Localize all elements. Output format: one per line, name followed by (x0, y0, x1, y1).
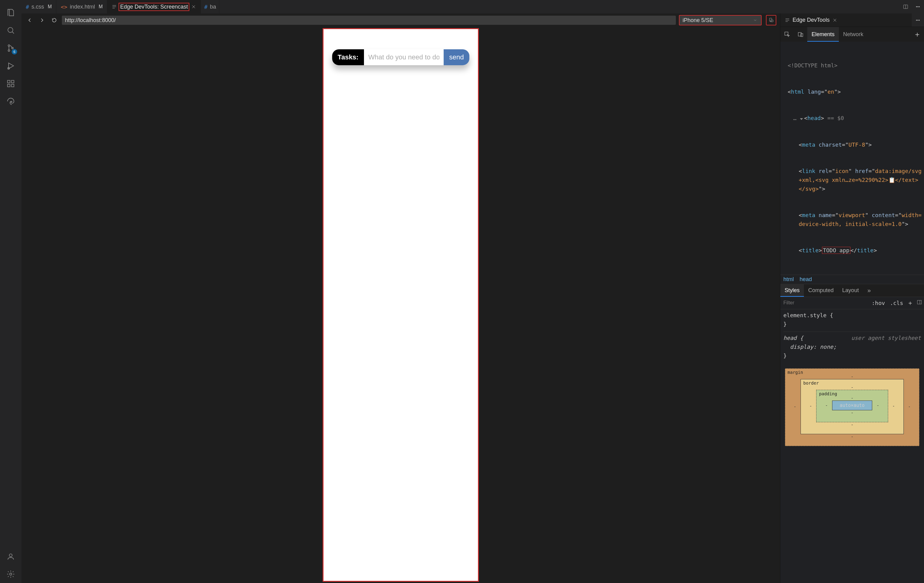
more-actions-icon[interactable] (912, 13, 924, 27)
tab-edge-devtools[interactable]: Edge DevTools (780, 13, 912, 26)
edge-devtools-icon[interactable] (4, 94, 18, 109)
css-file-icon: # (204, 4, 208, 10)
content-box: auto×auto (832, 400, 872, 410)
close-icon[interactable] (832, 18, 838, 23)
styles-filter-input[interactable] (780, 300, 869, 306)
reload-icon[interactable] (50, 16, 59, 25)
editor-tabstrip: # s.css M <> index.html M Edge DevTools:… (21, 0, 924, 13)
devtools-main-tabs: Elements Network ＋ (780, 27, 924, 42)
more-actions-icon[interactable] (912, 0, 924, 13)
disclosure-triangle-icon[interactable] (800, 118, 803, 120)
breadcrumb: html head (780, 275, 924, 284)
send-button[interactable]: send (444, 49, 469, 65)
tab-styles-css[interactable]: # s.css M (21, 0, 56, 13)
svg-rect-15 (770, 18, 772, 21)
tab-modified-indicator: M (48, 4, 52, 10)
todo-app-form: Tasks: send (332, 49, 469, 65)
source-control-badge: 6 (12, 49, 17, 54)
new-style-rule-icon[interactable]: ＋ (906, 299, 915, 307)
dom-tree[interactable]: <!DOCTYPE html> <html lang="en"> … <head… (780, 42, 924, 275)
task-input[interactable] (364, 49, 444, 65)
tab-label: ba (210, 4, 216, 10)
cls-toggle[interactable]: .cls (888, 300, 906, 306)
close-icon[interactable] (191, 4, 196, 10)
styles-rules[interactable]: element.style { } user agent stylesheet … (780, 309, 924, 362)
svg-rect-23 (917, 300, 922, 304)
crumb-html[interactable]: html (784, 276, 794, 282)
tab-base[interactable]: # ba (201, 0, 219, 13)
tasks-label: Tasks: (332, 49, 364, 65)
svg-point-2 (8, 49, 10, 51)
margin-label: margin (788, 370, 803, 375)
tab-computed[interactable]: Computed (804, 284, 838, 297)
user-agent-label: user agent stylesheet (851, 334, 921, 343)
screencast-toolbar: iPhone 5/SE (21, 13, 780, 27)
url-input[interactable] (62, 16, 676, 25)
tab-elements[interactable]: Elements (807, 27, 839, 42)
toggle-sidebar-icon[interactable] (915, 300, 924, 306)
screencast-panel: iPhone 5/SE Tasks: send (21, 13, 780, 583)
doctype-node: <!DOCTYPE html> (788, 62, 838, 69)
tab-styles[interactable]: Styles (780, 284, 804, 297)
device-toolbar-icon[interactable] (794, 27, 807, 42)
device-emulation-select[interactable]: iPhone 5/SE (679, 15, 762, 25)
svg-point-9 (9, 554, 12, 557)
html-file-icon: <> (61, 4, 68, 10)
accounts-icon[interactable] (4, 549, 18, 563)
tab-label: s.css (31, 4, 44, 10)
svg-rect-7 (12, 84, 14, 87)
extensions-icon[interactable] (4, 77, 18, 91)
editor-area: # s.css M <> index.html M Edge DevTools:… (21, 0, 924, 583)
preview-icon (785, 18, 790, 23)
css-file-icon: # (26, 4, 29, 10)
svg-rect-6 (8, 84, 10, 87)
hov-toggle[interactable]: :hov (869, 300, 887, 306)
title-text-highlight: TODO app (822, 247, 850, 254)
rotate-device-icon[interactable] (766, 15, 776, 25)
nav-back-icon[interactable] (25, 16, 34, 25)
box-model-diagram[interactable]: margin - - border - - padding - (780, 362, 924, 583)
svg-point-19 (919, 20, 919, 20)
svg-point-18 (917, 20, 918, 20)
svg-rect-5 (8, 81, 10, 83)
screencast-canvas: Tasks: send (21, 27, 780, 583)
chevron-down-icon (753, 18, 757, 22)
tab-layout[interactable]: Layout (838, 284, 863, 297)
split-editor-icon[interactable] (899, 0, 912, 13)
add-tab-icon[interactable]: ＋ (911, 30, 924, 39)
tab-label: Edge DevTools: Screencast (119, 4, 188, 10)
search-icon[interactable] (4, 23, 18, 37)
border-label: border (803, 380, 819, 385)
svg-point-13 (917, 7, 918, 7)
preview-icon (112, 4, 117, 10)
tab-modified-indicator: M (99, 4, 102, 10)
svg-point-14 (919, 7, 919, 7)
emulated-viewport[interactable]: Tasks: send (323, 28, 479, 582)
svg-point-17 (916, 20, 917, 20)
tab-label: index.html (70, 4, 95, 10)
device-select-label: iPhone 5/SE (683, 17, 713, 23)
tab-label: Edge DevTools (792, 17, 830, 23)
svg-rect-8 (12, 81, 14, 83)
svg-point-1 (8, 45, 10, 46)
tab-index-html[interactable]: <> index.html M (56, 0, 107, 13)
run-debug-icon[interactable] (4, 59, 18, 73)
tab-network[interactable]: Network (839, 27, 868, 42)
inspect-element-icon[interactable] (780, 27, 794, 42)
nav-forward-icon[interactable] (37, 16, 46, 25)
source-control-icon[interactable]: 6 (4, 41, 18, 55)
more-tabs-icon[interactable]: » (863, 284, 875, 297)
styles-toolbar: :hov .cls ＋ (780, 297, 924, 309)
crumb-head[interactable]: head (800, 276, 812, 282)
tab-screencast[interactable]: Edge DevTools: Screencast (107, 0, 201, 13)
explorer-icon[interactable] (4, 5, 18, 20)
padding-label: padding (819, 391, 837, 396)
devtools-panel: Edge DevTools Elements Network ＋ (780, 13, 924, 583)
settings-gear-icon[interactable] (4, 567, 18, 581)
svg-point-12 (916, 7, 917, 7)
svg-point-10 (10, 573, 12, 575)
svg-point-0 (8, 28, 13, 33)
styles-subtabs: Styles Computed Layout » (780, 284, 924, 297)
activity-bar: 6 (0, 0, 21, 583)
